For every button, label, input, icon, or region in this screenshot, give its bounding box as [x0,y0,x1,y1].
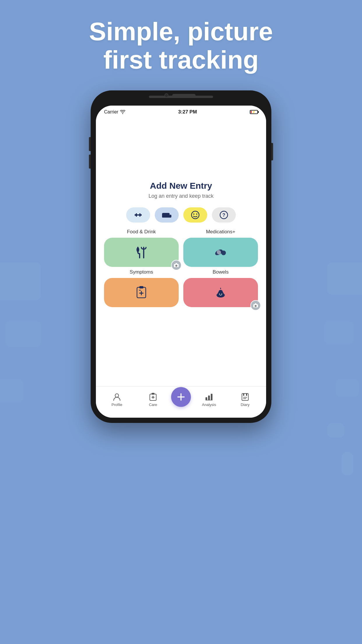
svg-rect-0 [135,214,136,216]
nav-analysis[interactable]: Analysis [191,393,227,407]
food-drink-label: Food & Drink [127,229,156,235]
more-button[interactable]: ? [212,207,236,223]
phone-screen: Carrier 3:27 PM ⚡ [96,106,266,418]
medications-wrap: Medications+ [183,229,258,267]
add-new-title: Add New Entry [150,181,212,191]
food-drink-wrap: Food & Drink [104,229,179,267]
analysis-icon [205,393,213,401]
svg-rect-31 [152,393,154,395]
svg-point-27 [255,305,257,307]
svg-text:?: ? [222,213,225,218]
care-label: Care [149,402,157,407]
svg-point-8 [191,211,199,219]
battery-indicator: ⚡ [250,110,258,114]
svg-rect-4 [137,214,139,216]
analysis-label: Analysis [202,402,216,407]
svg-point-18 [221,251,226,255]
svg-point-23 [219,290,223,293]
sleep-button[interactable] [155,207,179,223]
wifi-icon [120,110,125,114]
svg-point-10 [196,214,197,215]
svg-point-14 [175,265,178,267]
svg-rect-2 [136,213,137,217]
diary-icon [241,393,249,401]
svg-rect-1 [140,214,142,216]
svg-rect-36 [243,393,244,396]
header-title: Simple, picture first tracking [0,18,362,74]
bowels-wrap: Bowels [183,269,258,307]
battery-icon: ⚡ [250,110,258,114]
profile-icon [113,393,121,401]
nav-add-button[interactable] [171,387,191,407]
add-new-subtitle: Log an entry and keep track [148,193,213,199]
medications-button[interactable] [183,238,258,267]
svg-point-29 [115,394,119,397]
bowels-label: Bowels [213,269,229,275]
phone-side-button [271,143,273,160]
svg-rect-35 [242,393,248,400]
svg-rect-28 [255,303,256,304]
screen-content: Add New Entry Log an entry and keep trac… [96,117,266,397]
svg-rect-34 [211,394,212,400]
bowels-button[interactable] [183,278,258,307]
phone-camera [164,93,168,97]
phone-vol-down [89,155,91,169]
status-time: 3:27 PM [178,109,197,115]
big-buttons-grid: Food & Drink [104,229,258,309]
mood-button[interactable] [183,207,207,223]
nav-care[interactable]: Care [135,393,171,407]
profile-label: Profile [112,402,122,407]
svg-rect-37 [246,393,247,396]
phone-speaker [172,94,196,97]
svg-rect-20 [139,286,143,288]
medications-label: Medications+ [206,229,236,235]
nav-diary[interactable]: Diary [227,393,263,407]
svg-rect-33 [208,396,210,400]
status-bar: Carrier 3:27 PM ⚡ [96,106,266,117]
bottom-nav: Profile Care [96,386,266,418]
care-icon [149,393,157,401]
exercise-button[interactable] [126,207,150,223]
nav-profile[interactable]: Profile [99,393,135,407]
food-camera-badge[interactable] [171,260,182,270]
carrier-text: Carrier [104,109,125,115]
svg-rect-15 [175,263,177,264]
diary-label: Diary [241,402,249,407]
big-buttons-row-1: Food & Drink [104,229,258,267]
phone-frame: Carrier 3:27 PM ⚡ [91,90,271,423]
top-icon-row: ? [126,207,236,223]
svg-point-24 [219,294,220,295]
svg-rect-3 [139,213,140,217]
phone-vol-up [89,137,91,151]
symptoms-wrap: Symptoms [104,269,179,307]
svg-rect-32 [205,397,207,400]
bowels-camera-badge[interactable] [250,300,261,311]
main-content: Add New Entry Log an entry and keep trac… [104,117,258,309]
big-buttons-row-2: Symptoms [104,269,258,307]
symptoms-button[interactable] [104,278,179,307]
svg-point-25 [222,294,222,295]
svg-point-9 [193,214,194,215]
symptoms-label: Symptoms [130,269,153,275]
svg-rect-7 [162,216,171,218]
food-drink-button[interactable] [104,238,179,267]
